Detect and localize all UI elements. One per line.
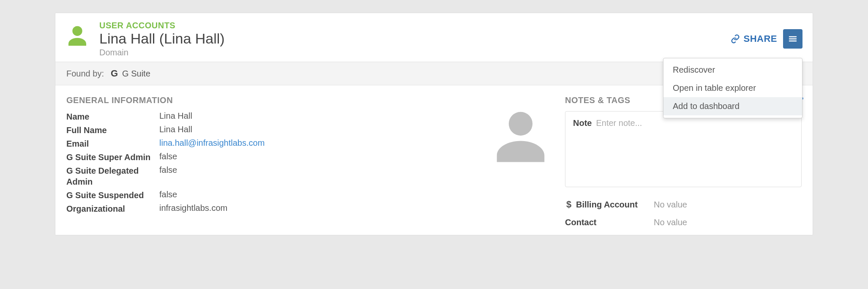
info-row: Emaillina.hall@infrasightlabs.com [66,138,552,149]
tag-row: $Billing AccountNo value [565,199,802,210]
tag-value: No value [654,200,687,210]
info-value: false [159,152,177,161]
note-input[interactable] [596,118,794,128]
tag-key: $Billing Account [565,199,650,210]
info-value: Lina Hall [159,125,192,134]
tag-row: ContactNo value [565,218,802,227]
found-by-label: Found by: [66,69,104,79]
info-label: Organizational [66,203,159,214]
found-by-source: G Suite [122,69,150,79]
general-info-column: GENERAL INFORMATION NameLina HallFull Na… [66,95,552,235]
note-box: Note [565,111,802,187]
category-label: USER ACCOUNTS [99,21,731,30]
tag-value: No value [654,218,687,227]
actions-dropdown: Rediscover Open in table explorer Add to… [663,58,802,118]
info-label: G Suite Delegated Admin [66,165,159,187]
dropdown-item-rediscover[interactable]: Rediscover [663,61,802,79]
gsuite-logo-icon: G [111,68,118,79]
info-row: G Suite Super Adminfalse [66,152,552,163]
info-value: infrasightlabs.com [159,203,227,213]
detail-card: USER ACCOUNTS Lina Hall (Lina Hall) Doma… [55,13,813,235]
info-row: Full NameLina Hall [66,125,552,136]
general-info-table: NameLina HallFull NameLina HallEmaillina… [66,111,552,214]
dollar-icon: $ [565,199,573,210]
info-label: Email [66,138,159,149]
tag-rows: $Billing AccountNo valueContactNo value [565,199,802,227]
info-row: NameLina Hall [66,111,552,122]
tag-key: Contact [565,218,650,227]
card-header: USER ACCOUNTS Lina Hall (Lina Hall) Doma… [55,13,813,62]
profile-avatar-placeholder-icon [489,104,552,167]
note-label: Note [573,118,592,128]
dropdown-item-open-table-explorer[interactable]: Open in table explorer [663,79,802,97]
dropdown-item-add-to-dashboard[interactable]: Add to dashboard [663,97,802,115]
share-label: SHARE [743,33,777,44]
info-value: Lina Hall [159,111,192,121]
page-title: Lina Hall (Lina Hall) [99,30,731,47]
page-subtitle: Domain [99,48,731,57]
info-value-link[interactable]: lina.hall@infrasightlabs.com [159,138,265,148]
share-button[interactable]: SHARE [731,33,777,44]
user-avatar-icon [66,24,89,48]
general-info-heading: GENERAL INFORMATION [66,95,552,105]
info-row: G Suite Suspendedfalse [66,190,552,201]
info-label: G Suite Super Admin [66,152,159,163]
info-label: G Suite Suspended [66,190,159,201]
info-label: Name [66,111,159,122]
info-value: false [159,165,177,175]
info-value: false [159,190,177,199]
info-label: Full Name [66,125,159,136]
info-row: G Suite Delegated Adminfalse [66,165,552,187]
info-row: Organizationalinfrasightlabs.com [66,203,552,214]
hamburger-menu-button[interactable] [783,29,802,49]
